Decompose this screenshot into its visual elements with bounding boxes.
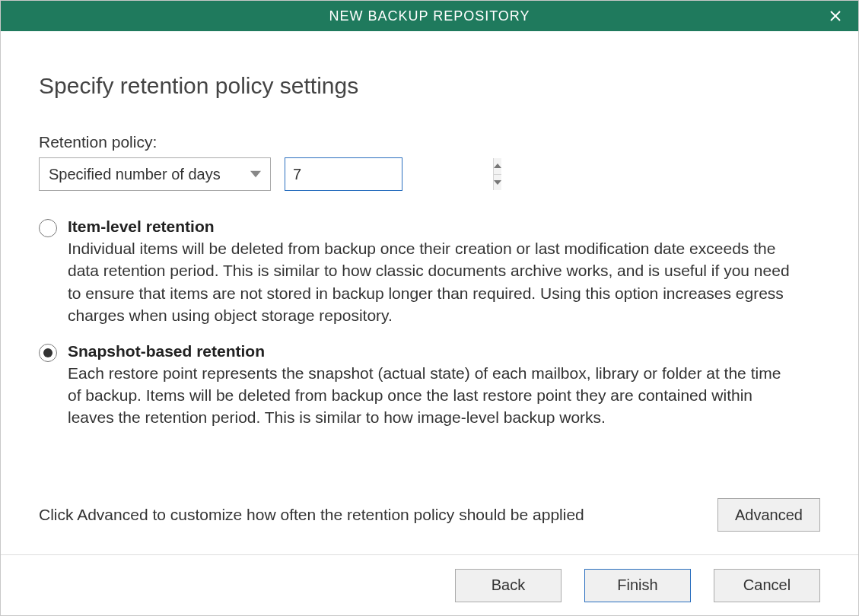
cancel-button[interactable]: Cancel [714,569,820,602]
radio-body-item-level: Item-level retention Individual items wi… [68,218,820,327]
retention-days-spinner[interactable] [285,157,402,191]
radio-title-snapshot: Snapshot-based retention [68,342,820,360]
page-title: Specify retention policy settings [39,73,820,99]
retention-policy-row: Specified number of days [39,157,820,191]
back-button[interactable]: Back [455,569,562,602]
retention-type-group: Item-level retention Individual items wi… [39,218,820,429]
chevron-up-icon [494,163,501,169]
close-button[interactable] [820,1,851,31]
retention-policy-dropdown[interactable]: Specified number of days [39,157,271,191]
advanced-button[interactable]: Advanced [717,498,820,532]
close-icon [829,10,842,22]
radio-body-snapshot: Snapshot-based retention Each restore po… [68,342,820,429]
radio-item-level[interactable] [39,219,57,237]
chevron-down-icon [494,179,501,186]
footer: Back Finish Cancel [1,554,858,615]
radio-title-item-level: Item-level retention [68,218,820,236]
spinner-down-button[interactable] [494,175,501,191]
retention-days-input[interactable] [285,158,493,190]
dropdown-value: Specified number of days [49,166,221,183]
retention-policy-label: Retention policy: [39,133,820,151]
advanced-row: Click Advanced to customize how often th… [39,498,820,539]
advanced-hint: Click Advanced to customize how often th… [39,506,584,524]
radio-option-snapshot[interactable]: Snapshot-based retention Each restore po… [39,342,820,429]
radio-desc-item-level: Individual items will be deleted from ba… [68,237,798,327]
radio-desc-snapshot: Each restore point represents the snapsh… [68,362,798,429]
radio-snapshot[interactable] [39,344,57,362]
dialog-window: NEW BACKUP REPOSITORY Specify retention … [0,0,859,616]
content-area: Specify retention policy settings Retent… [1,31,858,554]
finish-button[interactable]: Finish [584,569,691,602]
chevron-down-icon [250,169,261,179]
spinner-up-button[interactable] [494,158,501,175]
spinner-buttons [493,158,501,190]
titlebar-title: NEW BACKUP REPOSITORY [329,8,530,24]
radio-option-item-level[interactable]: Item-level retention Individual items wi… [39,218,820,327]
titlebar: NEW BACKUP REPOSITORY [1,1,858,31]
